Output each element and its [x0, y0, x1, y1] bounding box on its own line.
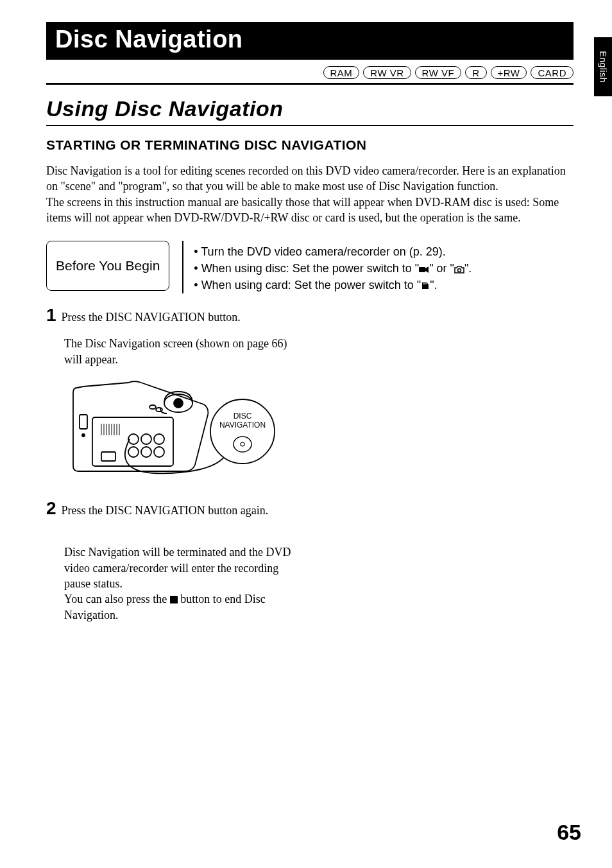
svg-rect-0: [419, 267, 425, 272]
svg-point-24: [156, 408, 162, 412]
byb-divider: [182, 241, 183, 293]
svg-point-14: [128, 434, 139, 444]
video-mode-icon: [419, 266, 429, 273]
photo-mode-icon: [454, 266, 464, 273]
rule-thin: [46, 125, 574, 126]
svg-point-17: [128, 447, 139, 457]
media-tag-rwvr: RW VR: [363, 66, 411, 79]
step-2: 2 Press the DISC NAVIGATION button again…: [46, 498, 574, 519]
byb-item-2: When using disc: Set the power switch to…: [194, 260, 574, 277]
svg-point-16: [154, 434, 164, 444]
chapter-title-bar: Disc Navigation: [46, 22, 574, 60]
disc-label-line2: NAVIGATION: [219, 421, 266, 430]
svg-rect-20: [101, 452, 115, 461]
step-1: 1 Press the DISC NAVIGATION button.: [46, 305, 574, 326]
svg-point-22: [174, 399, 183, 408]
svg-point-1: [457, 269, 461, 272]
page-number: 65: [557, 820, 581, 845]
svg-rect-5: [92, 417, 173, 466]
step-2-body: Disc Navigation will be terminated and t…: [64, 529, 295, 623]
card-mode-icon: [421, 281, 430, 290]
step-2-text: Press the DISC NAVIGATION button again.: [62, 504, 269, 517]
svg-rect-25: [80, 415, 87, 429]
svg-point-23: [149, 405, 156, 409]
before-you-begin-label: Before You Begin: [46, 241, 169, 291]
media-tag-plusrw: +RW: [491, 66, 527, 79]
media-tags-row: RAM RW VR RW VF R +RW CARD: [46, 60, 574, 83]
byb-item-1: Turn the DVD video camera/recorder on (p…: [194, 243, 574, 260]
page-content: Disc Navigation RAM RW VR RW VF R +RW CA…: [0, 0, 612, 655]
step-1-number: 1: [46, 305, 56, 325]
disc-label-line1: DISC: [234, 412, 252, 421]
subheading: STARTING OR TERMINATING DISC NAVIGATION: [46, 137, 574, 153]
media-tag-card: CARD: [531, 66, 574, 79]
step-1-body: The Disc Navigation screen (shown on pag…: [64, 336, 295, 367]
byb-item-3: When using card: Set the power switch to…: [194, 277, 574, 293]
chapter-title: Disc Navigation: [55, 26, 243, 53]
before-you-begin-block: Before You Begin Turn the DVD video came…: [46, 241, 574, 293]
section-title: Using Disc Navigation: [46, 96, 574, 121]
step-2-number: 2: [46, 498, 56, 518]
language-tab: English: [594, 37, 612, 96]
svg-point-18: [141, 447, 151, 457]
intro-paragraph: Disc Navigation is a tool for editing sc…: [46, 163, 574, 225]
camcorder-illustration: DISC NAVIGATION: [64, 376, 574, 482]
svg-point-26: [82, 434, 85, 437]
svg-point-15: [141, 434, 151, 444]
svg-point-19: [154, 447, 164, 457]
rule-thick: [46, 83, 574, 85]
stop-icon: [170, 596, 178, 603]
svg-rect-4: [426, 283, 427, 284]
svg-rect-3: [425, 283, 425, 284]
svg-point-27: [210, 399, 275, 464]
step-1-text: Press the DISC NAVIGATION button.: [62, 311, 241, 324]
before-you-begin-list: Turn the DVD video camera/recorder on (p…: [194, 241, 574, 293]
svg-rect-2: [423, 283, 424, 284]
language-tab-label: English: [598, 51, 608, 82]
media-tag-ram: RAM: [323, 66, 360, 79]
media-tag-r: R: [465, 66, 486, 79]
media-tag-rwvf: RW VF: [415, 66, 462, 79]
